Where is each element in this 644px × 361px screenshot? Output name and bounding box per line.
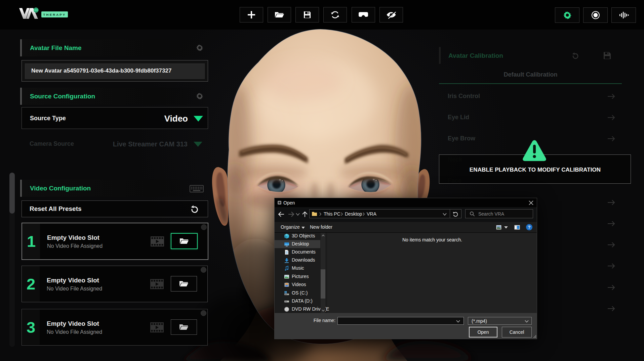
svg-text:THERAPY: THERAPY — [43, 13, 66, 16]
